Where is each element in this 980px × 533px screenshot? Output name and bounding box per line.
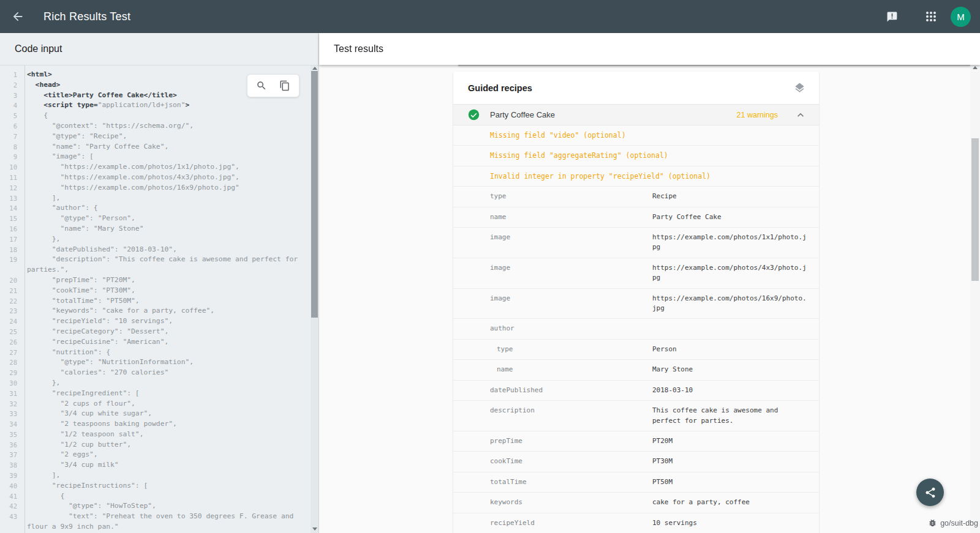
line-number: 20	[0, 275, 21, 286]
line-text: "@type": "Recipe",	[21, 132, 311, 142]
line-text: "nutrition": {	[21, 348, 311, 358]
line-number: 27	[0, 348, 21, 358]
line-text: "@context": "https://schema.org/",	[21, 121, 311, 132]
property-key: type	[490, 192, 652, 201]
code-line: 36 "1/2 cup butter",	[0, 440, 318, 450]
property-value: https://example.com/photos/16x9/photo.jp…	[652, 294, 807, 314]
line-text: },	[21, 378, 311, 389]
property-key: name	[490, 365, 652, 375]
code-line: 8 "name": "Party Coffee Cake",	[0, 142, 318, 152]
property-key: image	[490, 263, 652, 283]
line-text: "@type": "NutritionInformation",	[21, 357, 311, 368]
line-number: 32	[0, 399, 21, 409]
line-text: <script type="application/ld+json">	[21, 100, 311, 111]
debug-link[interactable]: go/suit-dbg	[928, 518, 978, 527]
property-value: Party Coffee Cake	[652, 212, 807, 222]
warning-text[interactable]: Invalid integer in property "recipeYield…	[490, 171, 710, 181]
property-value: Mary Stone	[652, 365, 807, 375]
line-number: 25	[0, 327, 21, 337]
recipe-result-row[interactable]: Party Coffee Cake 21 warnings	[453, 105, 819, 125]
property-value: https://example.com/photos/1x1/photo.jpg	[652, 233, 807, 253]
top-app-bar: Rich Results Test M	[0, 0, 980, 33]
recipe-name: Party Coffee Cake	[490, 110, 555, 119]
line-text: "https://example.com/photos/16x9/photo.j…	[21, 183, 311, 193]
code-line: 33 "3/4 cup white sugar",	[0, 409, 318, 419]
result-detail-row: image https://example.com/photos/4x3/pho…	[453, 258, 819, 289]
line-number: 29	[0, 368, 21, 378]
line-number: 31	[0, 389, 21, 399]
code-line: 34 "2 teaspoons baking powder",	[0, 419, 318, 430]
avatar[interactable]: M	[951, 7, 971, 27]
line-number: 7	[0, 132, 21, 142]
code-editor[interactable]: 1 <html> 2 <head> 3 <title>Party Coffee …	[0, 65, 318, 533]
code-line: 26 "recipeCuisine": "American",	[0, 337, 318, 348]
code-line: 29 "calories": "270 calories"	[0, 368, 318, 378]
line-text: "@type": "HowToStep",	[21, 501, 311, 512]
line-text: {	[21, 491, 311, 502]
code-line: 13 ],	[0, 193, 318, 204]
line-text: "recipeCuisine": "American",	[21, 337, 311, 348]
code-line: 35 "1/2 teaspoon salt",	[0, 430, 318, 440]
line-number: 1	[0, 70, 21, 80]
code-line: 32 "2 cups of flour",	[0, 399, 318, 409]
code-line: 30 },	[0, 378, 318, 389]
result-detail-row: prepTime PT20M	[453, 431, 819, 452]
line-text: "author": {	[21, 203, 311, 214]
line-number: 3	[0, 91, 21, 101]
code-line: 22 "totalTime": "PT50M",	[0, 296, 318, 307]
feedback-icon[interactable]	[886, 10, 898, 23]
scrollbar-up-icon[interactable]	[311, 65, 318, 71]
line-number: 30	[0, 378, 21, 389]
line-text: "recipeInstructions": [	[21, 481, 311, 491]
line-text: "@type": "Person",	[21, 214, 311, 224]
scrollbar-down-icon[interactable]	[311, 526, 318, 532]
line-number: 8	[0, 142, 21, 152]
share-button[interactable]	[916, 479, 944, 506]
line-number: 41	[0, 491, 21, 502]
line-number: 38	[0, 460, 21, 471]
line-number: 43	[0, 512, 21, 532]
code-line: 9 "image": [	[0, 152, 318, 162]
line-text: "recipeYield": "10 servings",	[21, 316, 311, 327]
line-number: 28	[0, 357, 21, 368]
code-line: 42 "@type": "HowToStep",	[0, 501, 318, 512]
line-number: 37	[0, 450, 21, 460]
code-line: 12 "https://example.com/photos/16x9/phot…	[0, 183, 318, 193]
test-results-content: Guided recipes Party Coffee Cake 21 warn…	[319, 65, 980, 533]
warning-text[interactable]: Missing field "video" (optional)	[490, 130, 626, 140]
chevron-up-icon[interactable]	[794, 109, 807, 121]
property-value: cake for a party, coffee	[652, 498, 807, 507]
code-scrollbar[interactable]	[311, 65, 318, 533]
code-line: 37 "2 eggs",	[0, 450, 318, 460]
property-value: This coffee cake is awesome and perfect …	[652, 406, 807, 426]
code-line: 11 "https://example.com/photos/4x3/photo…	[0, 173, 318, 183]
previous-card-edge	[458, 65, 970, 65]
result-detail-row: Missing field "video" (optional)	[453, 125, 819, 146]
search-icon[interactable]	[256, 80, 267, 91]
line-text: ],	[21, 471, 311, 481]
property-key: totalTime	[490, 477, 652, 487]
result-detail-row: description This coffee cake is awesome …	[453, 401, 819, 431]
back-arrow-icon[interactable]	[10, 9, 25, 24]
warning-text[interactable]: Missing field "aggregateRating" (optiona…	[490, 151, 668, 160]
results-scrollbar[interactable]	[970, 65, 980, 533]
result-detail-row: Invalid integer in property "recipeYield…	[453, 166, 819, 187]
result-detail-row: cookTime PT30M	[453, 452, 819, 472]
copy-icon[interactable]	[279, 80, 290, 91]
scrollbar-up-icon[interactable]	[970, 65, 980, 70]
code-line: 31 "recipeIngredient": [	[0, 389, 318, 399]
line-number: 5	[0, 111, 21, 121]
result-detail-row: type Person	[453, 340, 819, 360]
line-number: 13	[0, 193, 21, 204]
results-scrollbar-thumb[interactable]	[971, 138, 979, 281]
code-line: 15 "@type": "Person",	[0, 214, 318, 224]
code-scrollbar-thumb[interactable]	[311, 71, 318, 318]
code-line: 28 "@type": "NutritionInformation",	[0, 357, 318, 368]
guided-recipes-card: Guided recipes Party Coffee Cake 21 warn…	[453, 72, 819, 533]
result-detail-row: image https://example.com/photos/1x1/pho…	[453, 228, 819, 258]
apps-grid-icon[interactable]	[925, 10, 937, 23]
property-value: PT20M	[652, 436, 807, 446]
line-number: 40	[0, 481, 21, 491]
property-key: image	[490, 233, 652, 253]
property-value: 2018-03-10	[652, 386, 807, 395]
